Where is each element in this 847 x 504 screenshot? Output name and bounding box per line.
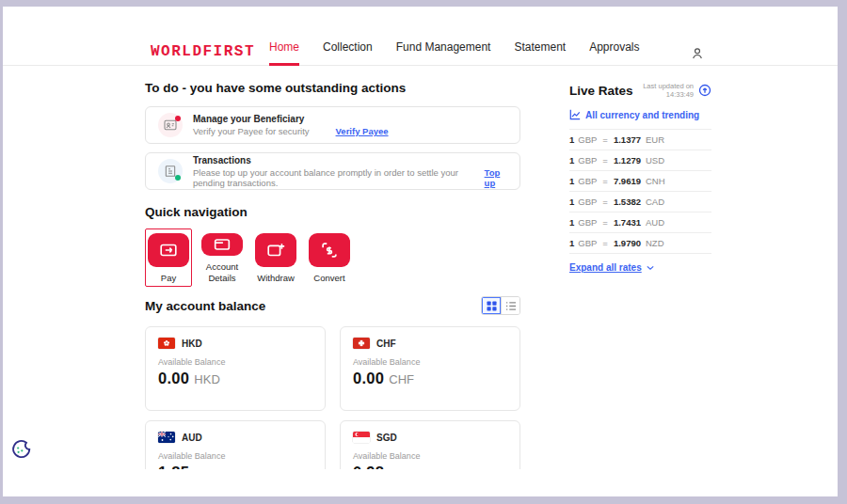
expand-all-rates-label: Expand all rates [569,262,642,273]
rates-list: 1GBP=1.1377EUR 1GBP=1.1279USD 1GBP=7.961… [569,129,711,254]
all-currency-trending-label: All currency and trending [585,110,699,120]
available-balance-label: Available Balance [353,451,507,461]
todo-item-title: Manage your Beneficiary [193,114,389,124]
quick-nav-account-details[interactable]: Account Details [199,228,246,287]
pay-icon [148,233,189,267]
grid-view-icon[interactable] [482,297,501,314]
transactions-receipt-icon [158,159,183,183]
nav-item-approvals[interactable]: Approvals [589,7,639,66]
rate-value: 1.1279 [614,155,641,165]
view-mode-toggle [481,296,520,315]
rate-currency: EUR [646,134,664,145]
rate-row-cad: 1GBP=1.5382CAD [569,192,711,213]
rate-value: 1.1377 [614,134,641,145]
app-window: WORLDFIRST Home Collection Fund Manageme… [3,7,838,496]
quick-nav-row: Pay Account Details Withdraw Convert [145,228,520,287]
todo-card-beneficiary: Manage your Beneficiary Verify your Paye… [145,106,520,144]
live-rates-title: Live Rates [569,84,633,98]
all-currency-trending-link[interactable]: All currency and trending [569,109,711,120]
rate-row-eur: 1GBP=1.1377EUR [569,130,711,150]
todo-section-title: To do - you have some outstanding action… [145,81,520,95]
balance-section-title: My account balance [145,299,265,313]
hong-kong-flag-icon [158,338,175,349]
rate-currency: AUD [646,217,664,228]
balance-amount: 0.98 [353,464,384,469]
quick-nav-convert[interactable]: Convert [306,228,353,287]
singapore-flag-icon [353,432,370,443]
withdraw-icon [255,233,296,267]
balance-amount-currency: HKD [194,372,219,386]
todo-item-description: Verify your Payee for security [193,126,310,136]
quick-nav-label: Withdraw [257,273,295,284]
main-nav: Home Collection Fund Management Statemen… [269,7,640,66]
verify-payee-link[interactable]: Verify Payee [336,126,389,136]
todo-item-title: Transactions [193,155,507,165]
nav-item-home[interactable]: Home [269,7,299,66]
quick-nav-label: Convert [313,273,344,284]
live-rates-panel: Live Rates Last updated on 14:33:49 All … [569,82,711,273]
currency-code: HKD [182,339,202,349]
currency-code: CHF [376,339,396,349]
quick-nav-withdraw[interactable]: Withdraw [252,228,299,287]
cookie-consent-icon[interactable] [10,439,32,461]
account-details-icon [201,233,243,256]
chevron-down-icon [647,265,654,271]
rate-row-aud: 1GBP=1.7431AUD [569,213,711,233]
quick-nav-label: Pay [161,273,176,284]
user-account-icon[interactable] [690,46,705,61]
available-balance-label: Available Balance [158,357,312,367]
rate-row-cnh: 1GBP=7.9619CNH [569,171,711,192]
rate-row-nzd: 1GBP=1.9790NZD [569,233,711,254]
refresh-timer-icon[interactable] [698,84,711,97]
balance-card-chf[interactable]: CHF Available Balance 0.00 CHF [340,326,520,411]
nav-item-statement[interactable]: Statement [514,7,566,66]
balance-card-grid: HKD Available Balance 0.00 HKD CHF Avail… [145,326,520,469]
currency-code: SGD [376,433,397,443]
switzerland-flag-icon [353,338,370,349]
balance-card-aud[interactable]: AUD Available Balance 1.85 AUD [145,420,326,469]
top-up-link[interactable]: Top up [485,167,507,188]
rate-currency: NZD [646,238,664,248]
last-updated-text: Last updated on 14:33:49 [641,82,694,99]
list-view-icon[interactable] [501,297,519,314]
balance-amount-currency: SGD [389,466,415,469]
nav-item-fund-management[interactable]: Fund Management [396,7,491,66]
balance-card-hkd[interactable]: HKD Available Balance 0.00 HKD [145,326,326,411]
rate-value: 7.9619 [614,176,641,186]
main-content: To do - you have some outstanding action… [145,81,520,469]
nav-item-collection[interactable]: Collection [323,7,373,66]
balance-card-sgd[interactable]: SGD Available Balance 0.98 SGD [340,420,520,469]
australia-flag-icon [158,432,175,443]
balance-section-header: My account balance [145,296,520,315]
convert-icon [309,233,350,267]
quick-nav-label: Account Details [201,261,243,284]
currency-code: AUD [182,433,202,443]
beneficiary-card-icon [158,113,183,137]
rate-value: 1.5382 [614,197,641,207]
alert-badge [175,116,181,121]
balance-amount: 0.00 [353,370,384,387]
rate-currency: USD [646,155,664,165]
balance-amount: 0.00 [158,370,189,387]
top-nav-bar: WORLDFIRST Home Collection Fund Manageme… [3,7,838,66]
balance-amount-currency: CHF [389,372,414,386]
balance-amount: 1.85 [158,464,189,469]
todo-card-transactions: Transactions Please top up your account … [145,152,520,190]
quick-nav-title: Quick navigation [145,205,520,219]
worldfirst-logo: WORLDFIRST [151,43,255,60]
available-balance-label: Available Balance [353,357,507,367]
expand-all-rates-link[interactable]: Expand all rates [569,262,711,273]
rate-value: 1.9790 [614,238,641,248]
rate-row-usd: 1GBP=1.1279USD [569,150,711,171]
available-balance-label: Available Balance [158,451,312,461]
rate-currency: CAD [646,197,664,207]
quick-nav-pay[interactable]: Pay [145,228,192,287]
rate-value: 1.7431 [614,217,641,228]
todo-item-description: Please top up your account balance promp… [193,167,471,188]
status-badge [175,175,181,181]
rate-currency: CNH [646,176,665,186]
trending-chart-icon [569,109,581,120]
balance-amount-currency: AUD [194,466,219,469]
